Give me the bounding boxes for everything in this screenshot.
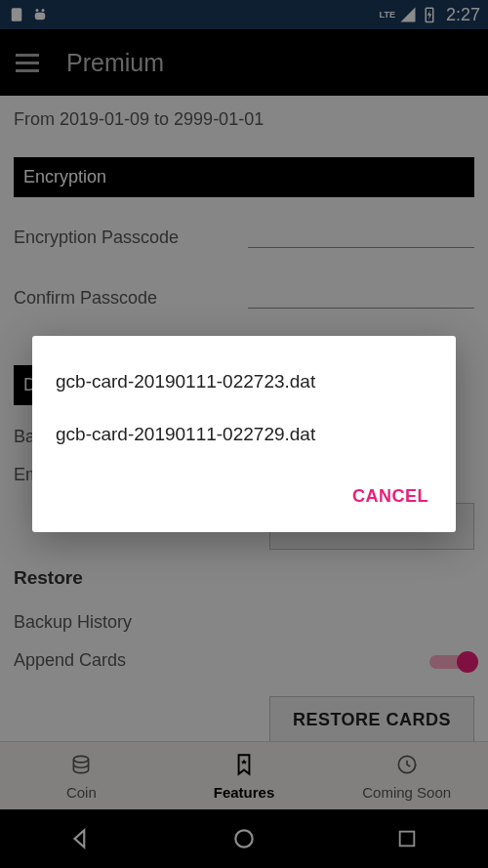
backup-history-dialog: gcb-card-20190111-022723.dat gcb-card-20… <box>32 336 456 532</box>
backup-file-item[interactable]: gcb-card-20190111-022723.dat <box>32 355 456 408</box>
cancel-button[interactable]: CANCEL <box>343 478 438 515</box>
modal-overlay[interactable]: gcb-card-20190111-022723.dat gcb-card-20… <box>0 0 488 868</box>
backup-file-item[interactable]: gcb-card-20190111-022729.dat <box>32 408 456 461</box>
